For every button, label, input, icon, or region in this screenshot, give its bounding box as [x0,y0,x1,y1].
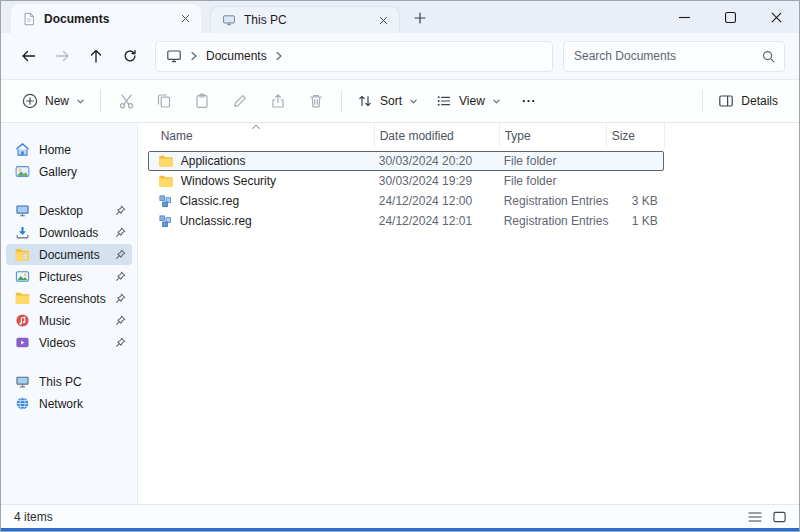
tab-close-icon[interactable] [375,12,392,29]
details-pane-icon [718,93,734,109]
file-row-applications[interactable]: Applications 30/03/2024 20:20 File folde… [148,151,664,171]
view-list-icon [436,93,452,109]
monitor-icon [166,48,182,64]
sidebar-item-documents[interactable]: Documents [6,244,132,265]
maximize-button[interactable] [707,1,753,33]
pin-icon [115,205,126,216]
sidebar-separator [1,183,137,200]
sidebar-item-gallery[interactable]: Gallery [6,161,132,182]
file-name: Classic.reg [180,194,239,208]
sidebar-item-home[interactable]: Home [6,139,132,160]
file-row-classic-reg[interactable]: Classic.reg 24/12/2024 12:00 Registratio… [148,191,664,211]
chevron-down-icon [76,97,85,106]
view-button-label: View [459,94,485,108]
desktop-icon [15,203,30,218]
file-type: File folder [499,174,606,188]
monitor-icon [222,13,236,27]
sidebar-separator [1,354,137,371]
file-row-unclassic-reg[interactable]: Unclassic.reg 24/12/2024 12:01 Registrat… [148,211,664,231]
sidebar-item-this-pc[interactable]: This PC [6,371,132,392]
file-type: File folder [499,154,606,168]
paste-button[interactable] [183,84,221,118]
sort-icon [357,93,373,109]
close-button[interactable] [753,1,799,33]
pictures-icon [15,269,30,284]
sidebar-item-label: Downloads [39,226,98,240]
back-button[interactable] [11,40,45,72]
titlebar: Documents This PC [1,1,799,33]
sidebar-item-label: Documents [39,248,100,262]
new-tab-button[interactable] [407,5,433,31]
tab-this-pc[interactable]: This PC [210,6,400,33]
minimize-button[interactable] [661,1,707,33]
sidebar-item-network[interactable]: Network [6,393,132,414]
copy-icon [156,93,172,109]
clipboard-icon [194,93,210,109]
search-input[interactable] [574,49,761,63]
details-view-toggle[interactable] [743,507,767,527]
file-name-cell: Windows Security [148,174,374,188]
sidebar-item-label: Videos [39,336,75,350]
ellipsis-icon [521,93,536,109]
forward-button[interactable] [45,40,79,72]
items-count: 4 items [14,510,53,524]
details-button-label: Details [741,94,778,108]
column-header-type[interactable]: Type [500,123,607,148]
delete-button[interactable] [297,84,335,118]
details-pane-button[interactable]: Details [709,84,787,118]
sidebar-item-pictures[interactable]: Pictures [6,266,132,287]
sidebar-item-label: This PC [39,375,82,389]
folder-icon [15,292,30,305]
column-headers: Name Date modified Type Size [139,123,799,148]
tab-close-icon[interactable] [177,10,194,27]
pencil-icon [232,93,248,109]
music-icon [15,313,30,328]
copy-button[interactable] [145,84,183,118]
pin-icon [115,315,126,326]
new-button-label: New [45,94,69,108]
sidebar-item-screenshots[interactable]: Screenshots [6,288,132,309]
sidebar-item-downloads[interactable]: Downloads [6,222,132,243]
home-icon [15,142,30,157]
share-button[interactable] [259,84,297,118]
pin-icon [115,227,126,238]
status-bar: 4 items [1,504,799,528]
view-button[interactable]: View [427,84,510,118]
new-button[interactable]: New [13,84,94,118]
documents-icon [15,248,30,262]
file-name-cell: Unclassic.reg [148,214,374,229]
column-label: Size [612,129,635,143]
rename-button[interactable] [221,84,259,118]
sort-ascending-icon [252,124,261,130]
file-row-windows-security[interactable]: Windows Security 30/03/2024 19:29 File f… [148,171,664,191]
chevron-down-icon [492,97,501,106]
refresh-button[interactable] [113,40,147,72]
column-header-name[interactable]: Name [139,123,375,148]
tab-documents[interactable]: Documents [11,4,201,33]
up-button[interactable] [79,40,113,72]
sidebar-item-label: Music [39,314,70,328]
folder-icon [158,155,174,168]
sort-button[interactable]: Sort [348,84,427,118]
column-header-size[interactable]: Size [607,123,665,148]
breadcrumb-documents[interactable]: Documents [206,49,267,63]
file-name-cell: Classic.reg [148,194,374,209]
sidebar-item-videos[interactable]: Videos [6,332,132,353]
plus-icon [414,12,426,24]
chevron-right-icon [190,51,198,61]
address-bar[interactable]: Documents [155,41,553,72]
file-list: Name Date modified Type Size [138,123,799,504]
command-bar: New [1,79,799,123]
file-name: Windows Security [181,174,276,188]
sidebar-item-music[interactable]: Music [6,310,132,331]
share-icon [270,93,286,109]
file-name: Applications [181,154,246,168]
more-options-button[interactable] [510,84,548,118]
column-header-date-modified[interactable]: Date modified [375,123,500,148]
search-box[interactable] [563,41,785,72]
sidebar-item-desktop[interactable]: Desktop [6,200,132,221]
cut-button[interactable] [107,84,145,118]
large-icons-view-toggle[interactable] [767,507,791,527]
file-name: Unclassic.reg [180,214,252,228]
pin-icon [115,271,126,282]
